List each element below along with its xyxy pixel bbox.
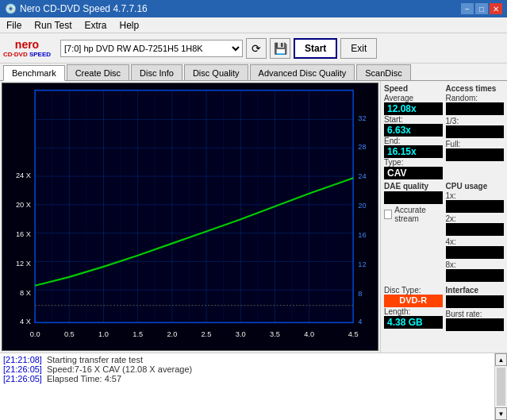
svg-text:1.0: 1.0 [98,329,109,337]
start-value: 6.63x [384,124,443,137]
start-button[interactable]: Start [294,38,337,59]
type-label: Type: [384,158,443,167]
end-value: 16.15x [384,145,443,158]
full-label: Full: [446,140,505,148]
4x-label: 4x: [446,237,505,246]
1x-value [446,200,505,213]
drive-select[interactable]: [7:0] hp DVD RW AD-7251H5 1H8K [60,40,243,57]
disc-interface-section: Disc Type: DVD-R Length: 4.38 GB Interfa… [384,286,504,333]
nero-brand-top: nero [15,38,39,51]
nero-logo: nero CD·DVD SPEED [3,38,51,58]
log-scrollbar[interactable]: ▲ ▼ [494,353,507,420]
menu-help[interactable]: Help [113,18,146,33]
log-area: [21:21:08] Starting transfer rate test [… [0,353,507,420]
log-text-1: Starting transfer rate test [47,355,143,364]
exit-button[interactable]: Exit [340,38,377,59]
access-section: Access times Random: 1/3: Full: [446,84,505,179]
tab-disc-info[interactable]: Disc Info [131,64,182,80]
average-label: Average [384,94,443,102]
log-scroll-down[interactable]: ▼ [495,407,507,420]
svg-text:3.5: 3.5 [270,329,280,337]
titlebar: 💿 Nero CD-DVD Speed 4.7.7.16 − □ ✕ [0,0,507,17]
1x-label: 1x: [446,191,505,200]
menu-file[interactable]: File [0,18,28,33]
tab-disc-quality[interactable]: Disc Quality [184,64,248,80]
type-value: CAV [384,167,443,179]
svg-text:24: 24 [358,171,366,180]
svg-text:8: 8 [358,288,362,297]
log-timestamp-2: [21:26:05] [3,364,42,374]
svg-text:4.0: 4.0 [304,329,314,337]
start-label: Start: [384,115,443,124]
refresh-button[interactable]: ⟳ [246,38,267,59]
svg-text:4.5: 4.5 [348,329,359,337]
disc-length-label: Length: [384,307,443,316]
log-scroll-up[interactable]: ▲ [495,353,507,366]
svg-text:0.5: 0.5 [64,329,75,337]
main-wrapper: 4 X 8 X 12 X 16 X 20 X 24 X 4 8 12 16 20… [0,81,507,420]
svg-text:8 X: 8 X [20,287,32,296]
random-value [446,102,505,115]
cpu-section: CPU usage 1x: 2x: 4x: 8x: [446,182,505,283]
svg-text:16: 16 [358,230,366,239]
svg-rect-1 [35,91,353,323]
speed-section: Speed Average 12.08x Start: 6.63x End: 1… [384,84,443,179]
svg-text:12: 12 [358,260,366,268]
save-button[interactable]: 💾 [270,38,290,59]
log-timestamp-1: [21:21:08] [3,355,42,364]
chart-svg: 4 X 8 X 12 X 16 X 20 X 24 X 4 8 12 16 20… [2,83,378,350]
close-button[interactable]: ✕ [490,3,502,14]
tab-scan-disc[interactable]: ScanDisc [356,64,410,80]
interface-title: Interface [446,286,505,295]
8x-value [446,269,505,282]
svg-text:4: 4 [358,317,362,326]
right-panel: Speed Average 12.08x Start: 6.63x End: 1… [380,81,507,353]
tabs: Benchmark Create Disc Disc Info Disc Qua… [0,64,507,81]
menu-run-test[interactable]: Run Test [28,18,78,33]
svg-text:20 X: 20 X [16,200,32,209]
tab-advanced-disc-quality[interactable]: Advanced Disc Quality [250,64,355,80]
end-label: End: [384,137,443,145]
svg-text:0.0: 0.0 [30,329,40,337]
menu-extra[interactable]: Extra [78,18,113,33]
random-label: Random: [446,94,505,102]
log-line-2: [21:26:05] Speed:7-16 X CAV (12.08 X ave… [3,364,491,374]
accurate-stream-checkbox[interactable] [384,210,392,219]
tab-create-disc[interactable]: Create Disc [67,64,129,80]
app-icon: 💿 [5,3,17,14]
8x-label: 8x: [446,260,505,269]
accurate-stream-row: Accurate stream [384,206,443,223]
svg-text:20: 20 [358,201,366,210]
speed-title: Speed [384,84,443,93]
log-scroll-thumb [497,368,505,406]
titlebar-title: 💿 Nero CD-DVD Speed 4.7.7.16 [5,3,148,14]
chart-area: 4 X 8 X 12 X 16 X 20 X 24 X 4 8 12 16 20… [2,83,378,351]
dae-value [384,191,443,204]
log-text-3: Elapsed Time: 4:57 [47,374,121,383]
disc-section: Disc Type: DVD-R Length: 4.38 GB [384,286,443,333]
menubar: File Run Test Extra Help [0,17,507,33]
svg-text:32: 32 [358,113,366,121]
svg-text:2.5: 2.5 [202,329,212,337]
titlebar-controls: − □ ✕ [461,3,502,14]
svg-text:28: 28 [358,142,366,151]
cpu-title: CPU usage [446,182,505,191]
svg-text:2.0: 2.0 [167,329,177,337]
svg-text:16 X: 16 X [16,229,32,238]
2x-value [446,223,505,236]
access-title: Access times [446,84,505,93]
average-value: 12.08x [384,102,443,115]
tab-benchmark[interactable]: Benchmark [3,65,65,81]
disc-type-value: DVD-R [384,295,443,307]
minimize-button[interactable]: − [461,3,474,14]
log-line-1: [21:21:08] Starting transfer rate test [3,355,491,364]
accurate-stream-label: Accurate stream [394,206,442,223]
one-third-value [446,125,505,138]
toolbar: nero CD·DVD SPEED [7:0] hp DVD RW AD-725… [0,33,507,64]
cpu-dae-section: DAE quality Accurate stream CPU usage 1x… [384,182,504,283]
svg-text:1.5: 1.5 [133,329,143,337]
one-third-label: 1/3: [446,117,505,125]
app-title: Nero CD-DVD Speed 4.7.7.16 [20,3,148,14]
log-content: [21:21:08] Starting transfer rate test [… [0,353,494,420]
maximize-button[interactable]: □ [475,3,488,14]
